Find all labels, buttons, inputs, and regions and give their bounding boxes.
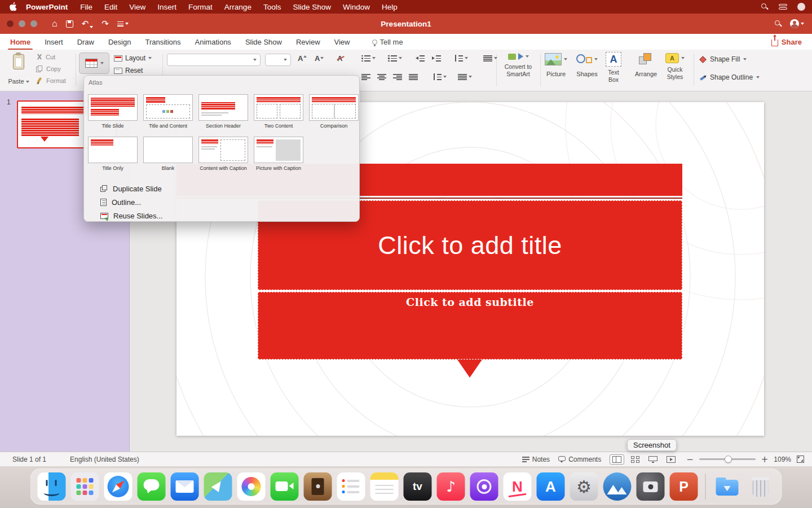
titlebar-search-icon[interactable] <box>775 20 782 28</box>
convert-to-smartart-button[interactable]: Convert toSmartArt <box>500 53 537 78</box>
menubar-search-icon[interactable] <box>761 3 769 11</box>
layout-option-title-only[interactable]: Title Only <box>88 137 138 171</box>
layout-option-content-with-caption[interactable]: Content with Caption <box>198 137 248 171</box>
presenter-view-button[interactable] <box>646 455 660 464</box>
podcasts-icon[interactable] <box>470 472 498 501</box>
menu-insert[interactable]: Insert <box>157 3 176 11</box>
normal-view-button[interactable] <box>610 454 624 465</box>
shape-fill-button[interactable]: Shape Fill <box>699 55 747 63</box>
text-highlight-button[interactable] <box>482 55 497 62</box>
align-center-button[interactable] <box>377 73 386 80</box>
fit-slide-icon[interactable] <box>797 456 804 463</box>
menubar-user-icon[interactable] <box>797 3 805 11</box>
layout-option-title-and-content[interactable]: Title and Content <box>143 94 193 129</box>
menubar-app-name[interactable]: PowerPoint <box>26 3 68 11</box>
clear-formatting-button[interactable]: A <box>337 54 342 63</box>
bullets-button[interactable] <box>361 55 376 62</box>
menu-window[interactable]: Window <box>343 3 370 11</box>
app-store-icon[interactable]: A <box>537 472 565 501</box>
system-settings-icon[interactable]: ⚙ <box>570 472 598 501</box>
layout-option-section-header[interactable]: Section Header <box>198 94 248 129</box>
save-icon[interactable] <box>66 20 73 28</box>
tab-animations[interactable]: Animations <box>195 38 231 46</box>
downloads-folder-icon[interactable] <box>713 472 742 501</box>
layout-option-two-content[interactable]: Two Content <box>254 94 303 129</box>
slide-show-button[interactable] <box>664 455 678 464</box>
notes-button[interactable]: Notes <box>522 456 550 463</box>
menu-edit[interactable]: Edit <box>104 3 117 11</box>
tab-view[interactable]: View <box>334 38 350 46</box>
justify-button[interactable] <box>409 73 418 80</box>
text-box-button[interactable]: A TextBox <box>606 52 621 84</box>
trash-icon[interactable] <box>747 472 775 501</box>
redo-icon[interactable]: ↷ <box>102 20 109 28</box>
subtitle-placeholder[interactable]: Click to add subtitle <box>258 292 682 360</box>
menu-arrange[interactable]: Arrange <box>224 3 251 11</box>
tab-draw[interactable]: Draw <box>77 38 94 46</box>
font-name-combobox[interactable] <box>167 54 261 66</box>
menu-help[interactable]: Help <box>382 3 398 11</box>
zoom-slider[interactable] <box>699 458 756 460</box>
layout-option-blank[interactable]: Blank <box>143 137 193 171</box>
vertical-align-button[interactable] <box>433 73 447 80</box>
powerpoint-dock-icon[interactable]: P <box>670 472 698 501</box>
finder-icon[interactable] <box>38 472 66 501</box>
line-spacing-button[interactable] <box>454 55 468 62</box>
undo-button[interactable]: ↶ <box>82 20 94 28</box>
tab-slide-show[interactable]: Slide Show <box>245 38 282 46</box>
shapes-button[interactable]: Shapes <box>576 53 598 77</box>
tab-insert[interactable]: Insert <box>45 38 63 46</box>
close-button[interactable] <box>7 20 14 27</box>
cut-button[interactable]: Cut <box>36 53 66 60</box>
decrease-indent-button[interactable] <box>416 55 425 62</box>
news-icon[interactable]: N <box>504 472 532 501</box>
increase-indent-button[interactable] <box>432 55 441 62</box>
language-button[interactable]: English (United States) <box>70 456 139 463</box>
menu-format[interactable]: Format <box>188 3 213 11</box>
screenshot-app-icon[interactable] <box>637 472 665 501</box>
text-direction-button[interactable] <box>458 73 472 80</box>
arrange-button[interactable]: Arrange <box>635 53 657 77</box>
zoom-level[interactable]: 109% <box>774 456 791 463</box>
zoom-out-button[interactable]: − <box>686 454 694 465</box>
font-size-combobox[interactable] <box>265 54 291 66</box>
safari-icon[interactable] <box>104 472 133 501</box>
photos-icon[interactable] <box>237 472 266 501</box>
minimize-button[interactable] <box>19 20 25 27</box>
new-slide-button[interactable] <box>79 52 109 74</box>
weather-app-icon[interactable] <box>603 472 632 501</box>
reuse-slides-menu-item[interactable]: Reuse Slides... <box>84 209 359 222</box>
account-menu[interactable] <box>790 19 804 28</box>
tab-home[interactable]: Home <box>10 38 30 46</box>
photo-booth-icon[interactable] <box>304 472 332 501</box>
format-painter-button[interactable]: Format <box>36 77 66 84</box>
control-center-icon[interactable] <box>779 4 787 10</box>
shape-outline-button[interactable]: Shape Outline <box>699 73 760 81</box>
facetime-icon[interactable] <box>271 472 299 501</box>
share-button[interactable]: Share <box>771 38 802 46</box>
launchpad-icon[interactable] <box>71 472 99 501</box>
comments-button[interactable]: Comments <box>558 456 601 463</box>
messages-icon[interactable] <box>138 472 166 501</box>
reminders-icon[interactable] <box>337 472 365 501</box>
decrease-font-size-button[interactable]: A <box>315 54 324 63</box>
menu-slide-show[interactable]: Slide Show <box>293 3 331 11</box>
numbering-button[interactable] <box>388 55 402 62</box>
zoom-in-button[interactable]: + <box>761 454 769 465</box>
reset-button[interactable]: Reset <box>114 67 143 75</box>
menu-tools[interactable]: Tools <box>263 3 281 11</box>
apple-menu-icon[interactable] <box>9 2 17 11</box>
duplicate-slide-menu-item[interactable]: Duplicate Slide <box>84 182 359 195</box>
mail-icon[interactable] <box>171 472 199 501</box>
layout-option-comparison[interactable]: Comparison <box>309 94 359 129</box>
tab-design[interactable]: Design <box>108 38 131 46</box>
customize-toolbar-icon[interactable] <box>117 21 129 27</box>
layout-option-title-slide[interactable]: Title Slide <box>88 94 138 129</box>
slide-sorter-view-button[interactable] <box>629 455 642 464</box>
menu-view[interactable]: View <box>129 3 145 11</box>
notes-app-icon[interactable] <box>370 472 399 501</box>
home-icon[interactable]: ⌂ <box>52 19 58 28</box>
apple-tv-icon[interactable]: tv <box>404 472 432 501</box>
increase-font-size-button[interactable]: A <box>298 54 307 63</box>
quick-styles-button[interactable]: A QuickStyles <box>665 53 685 81</box>
